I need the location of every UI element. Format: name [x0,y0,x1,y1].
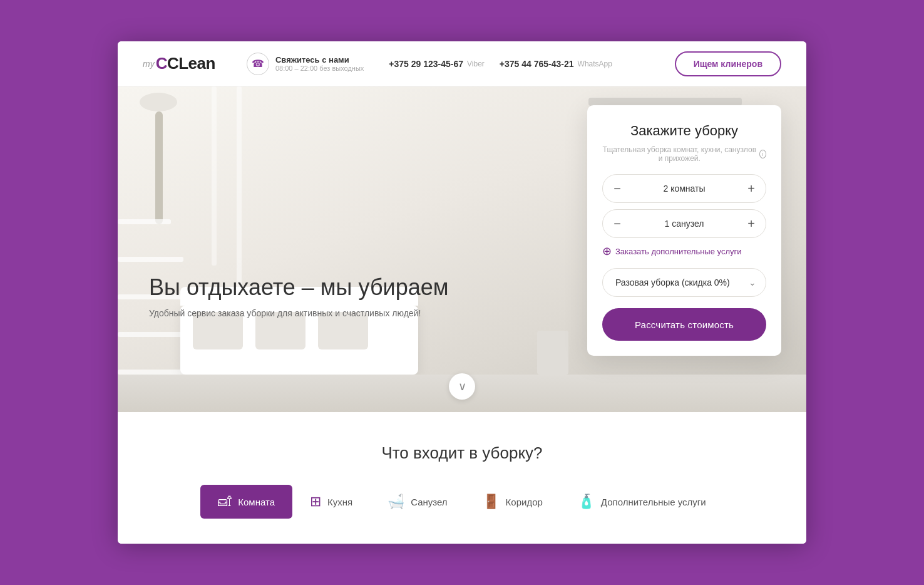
info-icon[interactable]: i [759,150,766,158]
bathroom-icon: 🛁 [388,494,404,510]
kitchen-icon: ⊞ [310,494,321,510]
cleaning-type-select-wrapper: Разовая уборка (скидка 0%) Регулярная уб… [602,268,766,297]
category-tabs: 🛋 Комната ⊞ Кухня 🛁 Санузел 🚪 Коридор 🧴 … [143,485,781,519]
tab-extra[interactable]: 🧴 Дополнительные услуги [560,485,724,519]
tab-corridor-label: Коридор [506,497,543,507]
whats-included-section: Что входит в уборку? 🛋 Комната ⊞ Кухня 🛁… [118,412,806,544]
contact-hours: 08:00 – 22:00 без выходных [275,65,364,72]
rooms-minus-button[interactable]: − [603,175,632,202]
order-title: Закажите уборку [602,123,766,139]
tab-room-label: Комната [238,497,275,507]
chevron-down-icon: ∨ [458,380,466,393]
page-wrapper: my CCLean ☎ Свяжитесь с нами 08:00 – 22:… [118,41,806,544]
hero-section: Вы отдыхаете – мы убираем Удобный сервис… [118,86,806,412]
contact-label: Свяжитесь с нами [275,55,364,65]
hero-subheadline: Удобный сервис заказа уборки для активны… [149,308,448,318]
tab-room[interactable]: 🛋 Комната [200,485,292,519]
section-title: Что входит в уборку? [143,443,781,463]
header-phones: +375 29 123-45-67 Viber +375 44 765-43-2… [389,59,612,69]
add-circle-icon: ⊕ [602,244,612,258]
scroll-down-button[interactable]: ∨ [449,373,475,400]
cleaning-type-select[interactable]: Разовая уборка (скидка 0%) Регулярная уб… [602,268,766,297]
bathrooms-minus-button[interactable]: − [603,210,632,237]
tab-bathroom[interactable]: 🛁 Санузел [370,485,465,519]
bathrooms-counter: − 1 санузел + [602,209,766,238]
order-card: Закажите уборку Тщательная уборка комнат… [587,105,781,356]
header-contact: ☎ Свяжитесь с нами 08:00 – 22:00 без вых… [247,53,364,75]
header: my CCLean ☎ Свяжитесь с нами 08:00 – 22:… [118,41,806,86]
rooms-counter: − 2 комнаты + [602,174,766,203]
phone-item-viber: +375 29 123-45-67 Viber [389,59,485,69]
room-icon: 🛋 [218,494,232,510]
order-subtitle: Тщательная уборка комнат, кухни, санузло… [602,145,766,163]
logo[interactable]: my CCLean [143,54,215,73]
tab-kitchen-label: Кухня [327,497,352,507]
phone-number-whatsapp[interactable]: +375 44 765-43-21 [500,59,574,69]
rooms-value: 2 комнаты [632,184,737,194]
whatsapp-label: WhatsApp [578,60,612,68]
table-decoration [537,331,568,375]
hero-text-block: Вы отдыхаете – мы убираем Удобный сервис… [149,274,448,318]
corridor-icon: 🚪 [483,494,500,510]
logo-clean: CCLean [156,54,215,73]
add-services-label: Заказать дополнительные услуги [615,247,741,256]
extra-icon: 🧴 [578,494,595,510]
bathrooms-value: 1 санузел [632,219,737,229]
tab-corridor[interactable]: 🚪 Коридор [465,485,560,519]
tab-kitchen[interactable]: ⊞ Кухня [292,485,370,519]
logo-my: my [143,59,155,69]
rooms-plus-button[interactable]: + [737,175,766,202]
phone-number-viber[interactable]: +375 29 123-45-67 [389,59,463,69]
viber-label: Viber [467,60,485,68]
calculate-button[interactable]: Рассчитать стоимость [602,308,766,341]
add-services-row[interactable]: ⊕ Заказать дополнительные услуги [602,244,766,258]
tab-bathroom-label: Санузел [411,497,447,507]
hero-headline: Вы отдыхаете – мы убираем [149,274,448,301]
hiring-button[interactable]: Ищем клинеров [675,51,781,76]
bathrooms-plus-button[interactable]: + [737,210,766,237]
tab-extra-label: Дополнительные услуги [601,497,706,507]
contact-text: Свяжитесь с нами 08:00 – 22:00 без выход… [275,55,364,72]
phone-icon: ☎ [247,53,269,75]
phone-item-whatsapp: +375 44 765-43-21 WhatsApp [500,59,612,69]
